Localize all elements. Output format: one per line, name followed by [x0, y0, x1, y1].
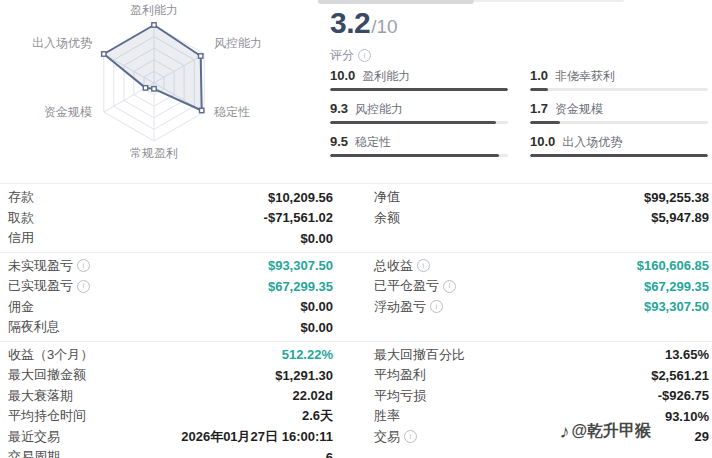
tooltip-remnant [318, 0, 474, 4]
stat-label: 交易i [374, 428, 417, 446]
score-item-bar [330, 154, 508, 157]
score-item-value: 1.7 [530, 101, 548, 116]
stat-column-right: 净值$99,255.38余额$5,947.89 [374, 187, 709, 228]
stat-value: $0.00 [300, 299, 333, 314]
info-icon[interactable]: i [443, 280, 456, 293]
info-icon[interactable]: i [430, 300, 443, 313]
stat-label-text: 最大衰落期 [8, 387, 73, 405]
stat-row: 存款$10,209.56 [8, 187, 333, 208]
stat-label: 最近交易 [8, 428, 60, 446]
radar-chart: 盈利能力风控能力稳定性常规盈利资金规模出入场优势 [0, 0, 320, 180]
stat-value: $93,307.50 [644, 299, 709, 314]
stat-column-left: 未实现盈亏i$93,307.50已实现盈亏i$67,299.35佣金$0.00隔… [8, 256, 333, 338]
stat-label-text: 交易 [374, 428, 400, 446]
stat-label-text: 信用 [8, 229, 34, 247]
stat-row: 已平仓盈亏i$67,299.35 [374, 276, 709, 297]
stat-value: $0.00 [300, 231, 333, 246]
stat-row: 总收益i$160,606.85 [374, 256, 709, 277]
radar-data-polygon [104, 25, 202, 111]
info-icon[interactable]: i [417, 259, 430, 272]
score-item-value: 10.0 [330, 68, 355, 83]
stat-section: 存款$10,209.56取款-$71,561.02信用$0.00净值$99,25… [0, 183, 712, 252]
score-item-value: 9.5 [330, 134, 348, 149]
score-item-bar [530, 121, 708, 124]
score-item: 10.0出入场优势 [530, 134, 708, 157]
stat-label: 佣金 [8, 298, 34, 316]
stat-section: 未实现盈亏i$93,307.50已实现盈亏i$67,299.35佣金$0.00隔… [0, 252, 712, 341]
score-item-label: 资金规模 [555, 101, 603, 118]
stat-value: -$926.75 [658, 388, 709, 403]
stat-row: 隔夜利息$0.00 [8, 317, 333, 338]
stat-row: 交易周期6 [8, 447, 333, 458]
stat-row: 净值$99,255.38 [374, 187, 709, 208]
stat-label-text: 浮动盈亏 [374, 298, 426, 316]
stat-value: 2.6天 [302, 407, 333, 425]
radar-data-marker [200, 108, 204, 112]
info-icon[interactable]: i [77, 259, 90, 272]
stat-label-text: 余额 [374, 209, 400, 227]
stat-value: 13.65% [665, 347, 709, 362]
stat-column-right: 总收益i$160,606.85已平仓盈亏i$67,299.35浮动盈亏i$93,… [374, 256, 709, 318]
stat-row: 未实现盈亏i$93,307.50 [8, 256, 333, 277]
score-item: 9.5稳定性 [330, 134, 508, 157]
stat-label: 余额 [374, 209, 400, 227]
stat-value: $160,606.85 [637, 258, 709, 273]
stat-column-left: 收益（3个月）512.22%最大回撤金额$1,291.30最大衰落期22.02d… [8, 345, 333, 458]
stat-label-text: 隔夜利息 [8, 318, 60, 336]
stat-value: -$71,561.02 [264, 210, 333, 225]
stat-row: 信用$0.00 [8, 228, 333, 249]
stat-label: 交易周期 [8, 448, 60, 458]
stat-value: $67,299.35 [268, 279, 333, 294]
info-icon[interactable]: i [404, 430, 417, 443]
score-item-bar [530, 88, 708, 91]
stat-label: 未实现盈亏i [8, 257, 90, 275]
stat-column-left: 存款$10,209.56取款-$71,561.02信用$0.00 [8, 187, 333, 249]
stat-row: 平均持仓时间2.6天 [8, 406, 333, 427]
score-item-label: 出入场优势 [562, 134, 622, 151]
stat-label-text: 未实现盈亏 [8, 257, 73, 275]
score-item-label: 稳定性 [355, 134, 391, 151]
stat-row: 最大回撤金额$1,291.30 [8, 365, 333, 386]
score-panel: 3.2/10 评分 i 10.0盈利能力1.0非侥幸获利9.3风控能力1.7资金… [330, 6, 708, 64]
score-item-bar [330, 121, 508, 124]
stat-row: 已实现盈亏i$67,299.35 [8, 276, 333, 297]
stat-value: 6 [326, 450, 333, 458]
stat-label-text: 最大回撤金额 [8, 366, 86, 384]
score-grid: 10.0盈利能力1.0非侥幸获利9.3风控能力1.7资金规模9.5稳定性10.0… [330, 68, 708, 167]
score-item-value: 10.0 [530, 134, 555, 149]
score-item-bar [530, 154, 708, 157]
radar-data-marker [152, 87, 156, 91]
score-item-label: 风控能力 [355, 101, 403, 118]
stat-value: 93.10% [665, 409, 709, 424]
stat-value: $10,209.56 [268, 190, 333, 205]
stat-row: 平均亏损-$926.75 [374, 386, 709, 407]
radar-data-marker [102, 52, 106, 56]
score-item: 10.0盈利能力 [330, 68, 508, 91]
stat-row: 最大回撤百分比13.65% [374, 345, 709, 366]
stat-row: 浮动盈亏i$93,307.50 [374, 297, 709, 318]
account-stats-panel: 盈利能力风控能力稳定性常规盈利资金规模出入场优势 3.2/10 评分 i 10.… [0, 0, 712, 458]
radar-data-marker [199, 54, 203, 58]
info-icon[interactable]: i [77, 280, 90, 293]
stat-value: $5,947.89 [651, 210, 709, 225]
score-head: 3.2/10 [330, 6, 708, 45]
score-item: 1.0非侥幸获利 [530, 68, 708, 91]
stat-label: 浮动盈亏i [374, 298, 443, 316]
stat-label-text: 平均亏损 [374, 387, 426, 405]
stat-label-text: 最近交易 [8, 428, 60, 446]
radar-axis-label: 常规盈利 [130, 146, 178, 160]
stat-row: 佣金$0.00 [8, 297, 333, 318]
info-icon[interactable]: i [358, 49, 371, 62]
stat-label: 最大回撤百分比 [374, 346, 465, 364]
stat-value: $2,561.21 [651, 368, 709, 383]
stat-label: 最大衰落期 [8, 387, 73, 405]
stat-row: 取款-$71,561.02 [8, 208, 333, 229]
score-item: 9.3风控能力 [330, 101, 508, 124]
stat-label: 胜率 [374, 407, 400, 425]
stat-label: 存款 [8, 188, 34, 206]
radar-axis-label: 盈利能力 [130, 3, 178, 17]
stat-label: 隔夜利息 [8, 318, 60, 336]
stat-label-text: 交易周期 [8, 448, 60, 458]
stat-label: 净值 [374, 188, 400, 206]
stat-label-text: 净值 [374, 188, 400, 206]
